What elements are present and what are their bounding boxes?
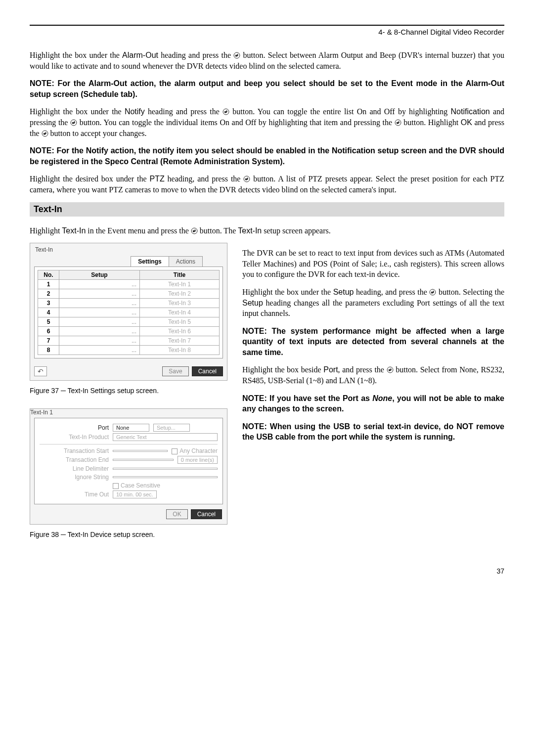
text: Highlight: [30, 226, 62, 235]
enter-icon: [395, 119, 401, 126]
col-setup[interactable]: Setup: [59, 270, 140, 280]
setup-label: Setup: [333, 288, 354, 296]
paragraph-textin-intro: Highlight Text-In in the Event menu and …: [30, 225, 504, 236]
text: button. You can toggle the entire list O…: [229, 107, 451, 116]
tab-actions[interactable]: Actions: [169, 256, 203, 267]
table-row: 5...Text-In 5: [38, 317, 220, 327]
save-button[interactable]: Save: [162, 366, 188, 376]
row-no: 1: [38, 280, 59, 289]
textin-settings-screenshot: Text-In Settings Actions No. Setup Title: [30, 243, 227, 381]
text-in-label: Text-In: [62, 226, 86, 235]
row-no: 4: [38, 308, 59, 317]
alarm-out-label: Alarm-Out: [122, 51, 158, 59]
product-select[interactable]: Generic Text: [113, 433, 218, 441]
row-no: 3: [38, 299, 59, 308]
table-row: 2...Text-In 2: [38, 289, 220, 299]
row-no: 5: [38, 317, 59, 327]
cancel-button[interactable]: Cancel: [191, 509, 222, 519]
text: setup screen appears.: [262, 226, 331, 235]
enter-icon: [191, 227, 198, 234]
product-label: Text-In Product: [40, 434, 109, 441]
row-title[interactable]: Text-In 7: [140, 336, 220, 346]
col-no: No.: [38, 270, 59, 280]
paragraph-dvr-react: The DVR can be set to react to text inpu…: [242, 248, 504, 280]
case-sensitive-label: Case Sensitive: [121, 482, 160, 489]
settings-table: No. Setup Title 1...Text-In 12...Text-In…: [38, 270, 220, 355]
text: heading changes all the parameters exclu…: [242, 299, 504, 318]
timeout-label: Time Out: [40, 491, 109, 498]
table-row: 4...Text-In 4: [38, 308, 220, 317]
paragraph-port: Highlight the box beside Port, and press…: [242, 364, 504, 386]
text: Highlight the desired box under the: [30, 175, 149, 183]
row-title[interactable]: Text-In 2: [140, 289, 220, 299]
row-setup[interactable]: ...: [59, 317, 140, 327]
row-setup[interactable]: ...: [59, 308, 140, 317]
line-delimiter-label: Line Delimiter: [40, 465, 109, 472]
enter-icon: [243, 176, 250, 182]
text: button. You can toggle the individual it…: [77, 118, 395, 127]
table-row: 1...Text-In 1: [38, 280, 220, 289]
row-title[interactable]: Text-In 3: [140, 299, 220, 308]
row-setup[interactable]: ...: [59, 280, 140, 289]
text: button. Highlight: [401, 118, 461, 127]
text: heading and press the: [158, 51, 233, 59]
paragraph-setup-heading: Highlight the box under the Setup headin…: [242, 287, 504, 319]
notification-label: Notification: [451, 107, 490, 116]
text: in the Event menu and press the: [86, 226, 190, 235]
row-setup[interactable]: ...: [59, 346, 140, 355]
ptz-label: PTZ: [149, 175, 164, 183]
row-no: 6: [38, 327, 59, 336]
table-row: 7...Text-In 7: [38, 336, 220, 346]
timeout-input[interactable]: 10 min. 00 sec.: [113, 490, 157, 498]
row-title[interactable]: Text-In 4: [140, 308, 220, 317]
none-italic: None: [372, 394, 392, 402]
note-usb-serial: NOTE: When using the USB to serial text-…: [242, 421, 504, 443]
window-title: Text-In: [30, 243, 227, 256]
any-character-checkbox[interactable]: [172, 448, 178, 454]
row-title[interactable]: Text-In 5: [140, 317, 220, 327]
textin-device-screenshot: Text-In 1 Port None Setup... Text-In Pro…: [30, 408, 227, 525]
header-rule: [30, 25, 504, 26]
paragraph-notify: Highlight the box under the Notify headi…: [30, 106, 504, 138]
row-title[interactable]: Text-In 6: [140, 327, 220, 336]
table-row: 8...Text-In 8: [38, 346, 220, 355]
more-lines-input[interactable]: 0 more line(s): [178, 456, 218, 464]
ignore-string-label: Ignore String: [40, 474, 109, 481]
tab-settings[interactable]: Settings: [131, 256, 169, 267]
text: button. The: [198, 226, 238, 235]
enter-icon: [429, 289, 436, 296]
row-title[interactable]: Text-In 8: [140, 346, 220, 355]
row-setup[interactable]: ...: [59, 289, 140, 299]
paragraph-ptz: Highlight the desired box under the PTZ …: [30, 174, 504, 195]
back-button[interactable]: ↶: [34, 366, 47, 376]
ok-button[interactable]: OK: [166, 509, 187, 519]
text: NOTE: If you have set the Port as: [242, 394, 372, 402]
line-delimiter-input[interactable]: [113, 468, 218, 470]
setup-button[interactable]: Setup...: [153, 424, 190, 432]
port-select[interactable]: None: [113, 424, 149, 432]
row-no: 2: [38, 289, 59, 299]
row-setup[interactable]: ...: [59, 299, 140, 308]
transaction-start-input[interactable]: [113, 450, 168, 452]
section-heading-text-in: Text-In: [30, 202, 504, 217]
row-setup[interactable]: ...: [59, 336, 140, 346]
transaction-start-label: Transaction Start: [40, 447, 109, 454]
transaction-end-label: Transaction End: [40, 456, 109, 463]
notify-label: Notify: [125, 107, 145, 116]
text: button to accept your changes.: [48, 129, 147, 137]
row-setup[interactable]: ...: [59, 327, 140, 336]
case-sensitive-checkbox[interactable]: [113, 483, 119, 489]
row-title[interactable]: Text-In 1: [140, 280, 220, 289]
ignore-string-input[interactable]: [113, 476, 218, 478]
port-label-inline: Port: [323, 365, 338, 374]
note-performance: NOTE: The system performance might be af…: [242, 326, 504, 358]
enter-icon: [387, 366, 394, 373]
text: Highlight the box beside: [242, 365, 323, 374]
text-in-label: Text-In: [238, 226, 262, 235]
text: Highlight the box under the: [242, 288, 333, 296]
text: Highlight the box under the: [30, 51, 122, 59]
cancel-button[interactable]: Cancel: [192, 366, 223, 376]
note-port-none: NOTE: If you have set the Port as None, …: [242, 393, 504, 414]
transaction-end-input[interactable]: [113, 459, 174, 461]
paragraph-alarm-out: Highlight the box under the Alarm-Out he…: [30, 50, 504, 71]
